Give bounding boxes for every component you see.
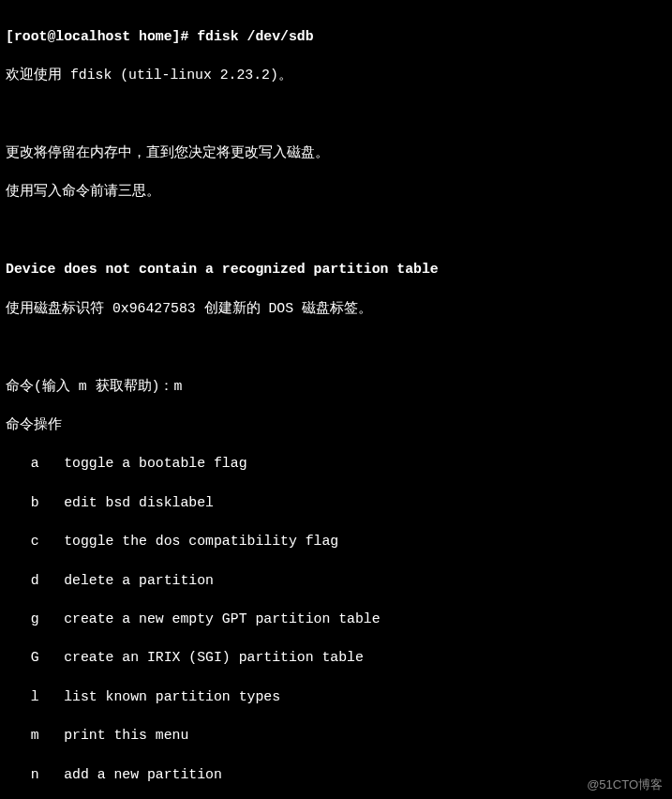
terminal-output[interactable]: [root@localhost home]# fdisk /dev/sdb 欢迎… [0,0,672,799]
menu-item-g: g create a new empty GPT partition table [6,610,666,629]
command-prompt-m: 命令(输入 m 获取帮助)：m [6,377,666,397]
blank-line [6,338,666,357]
blank-line [6,221,666,241]
notice-line-2: 使用写入命令前请三思。 [6,182,666,202]
menu-item-l: l list known partition types [6,687,666,707]
no-partition-table-line: Device does not contain a recognized par… [6,260,666,279]
menu-item-G: G create an IRIX (SGI) partition table [6,648,666,668]
welcome-line: 欢迎使用 fdisk (util-linux 2.23.2)。 [6,66,666,85]
command-menu-header: 命令操作 [6,415,666,435]
dos-label-line: 使用磁盘标识符 0x96427583 创建新的 DOS 磁盘标签。 [6,299,666,319]
menu-item-n: n add a new partition [6,765,666,785]
menu-item-c: c toggle the dos compatibility flag [6,532,666,551]
watermark-text: @51CTO博客 [587,776,663,793]
menu-item-m: m print this menu [6,726,666,746]
notice-line-1: 更改将停留在内存中，直到您决定将更改写入磁盘。 [6,143,666,163]
blank-line [6,105,666,125]
menu-item-b: b edit bsd disklabel [6,493,666,513]
menu-item-d: d delete a partition [6,571,666,591]
shell-prompt-line: [root@localhost home]# fdisk /dev/sdb [6,27,666,47]
menu-item-a: a toggle a bootable flag [6,454,666,474]
